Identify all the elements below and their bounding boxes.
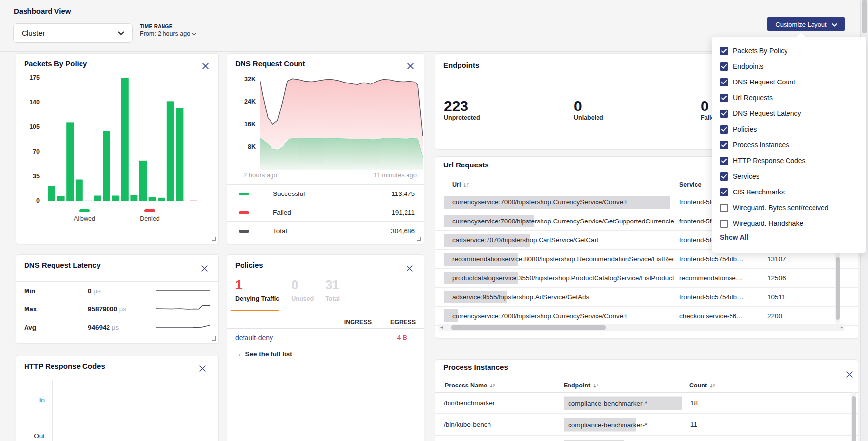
menu-item-label: Url Requests — [733, 94, 773, 102]
close-icon[interactable] — [407, 62, 415, 70]
latency-row: Avg 946942 µs — [16, 318, 218, 336]
card-title: Url Requests — [443, 161, 489, 169]
latency-rows: Min 0 µs Max 95879000 µs Avg 946942 µs — [16, 281, 218, 336]
page-title: Dashboard View — [14, 7, 71, 15]
scroll-left-arrow[interactable]: ◂ — [440, 324, 443, 330]
menu-item[interactable]: Services — [712, 168, 866, 184]
dns-legend: Successful 113,475 Failed 191,211 Total … — [227, 184, 424, 240]
menu-item-label: Packets By Policy — [733, 47, 787, 55]
checkbox[interactable] — [720, 204, 728, 212]
checkbox[interactable] — [720, 125, 728, 134]
close-icon[interactable] — [199, 365, 207, 373]
scrollbar-thumb[interactable] — [836, 257, 840, 320]
table-row[interactable]: productcatalogservice:3550/hipstershop.P… — [435, 269, 858, 288]
url-value: productcatalogservice:3550/hipstershop.P… — [452, 275, 674, 282]
http-response-codes-card: HTTP Response Codes In Out — [16, 356, 219, 441]
policy-name-link[interactable]: default-deny — [235, 334, 273, 342]
menu-item-label: Process Instances — [733, 141, 789, 149]
checkbox[interactable] — [720, 62, 728, 71]
stat-label: Unlabeled — [574, 114, 603, 121]
see-full-list-link[interactable]: → See the full list — [235, 350, 292, 358]
legend-item-denied[interactable]: Denied — [130, 209, 169, 222]
resize-handle[interactable] — [417, 237, 421, 241]
menu-item[interactable]: Wireguard. Handshake — [712, 216, 866, 231]
column-header-endpoint[interactable]: Endpoint — [564, 382, 598, 389]
table-row[interactable]: currencyservice:7000/hipstershop.Currenc… — [435, 307, 858, 326]
menu-item-label: Services — [733, 172, 760, 180]
latency-unit: µs — [112, 324, 119, 331]
card-title: Endpoints — [443, 61, 479, 69]
latency-label: Avg — [24, 324, 36, 331]
menu-item[interactable]: CIS Benchmarks — [712, 184, 866, 200]
menu-item[interactable]: Packets By Policy — [712, 43, 866, 58]
checkbox[interactable] — [720, 188, 728, 196]
tab-label: Total — [326, 295, 340, 302]
grid-line — [176, 380, 176, 441]
scroll-right-arrow[interactable]: ▸ — [841, 324, 843, 330]
menu-item[interactable]: DNS Request Count — [712, 74, 866, 90]
column-header-process-name[interactable]: Process Name — [445, 382, 495, 389]
grid-line — [83, 380, 83, 441]
menu-item[interactable]: Policies — [712, 121, 866, 137]
menu-item[interactable]: Wireguard. Bytes sent/received — [712, 200, 866, 216]
policies-tab[interactable]: 0 Unused — [291, 278, 314, 302]
customize-layout-button[interactable]: Customize Layout — [767, 17, 845, 31]
policies-tab[interactable]: 1 Denying Traffic — [235, 278, 279, 302]
service-value: recommendationse… — [679, 275, 758, 282]
legend-value: 191,211 — [391, 209, 415, 216]
table-row[interactable]: adservice:9555/hipstershop.AdService/Get… — [435, 288, 858, 307]
menu-item[interactable]: Process Instances — [712, 137, 866, 153]
view-select[interactable]: Cluster — [13, 23, 133, 43]
table-row[interactable]: default-deny – 4 B — [227, 329, 424, 347]
resize-handle[interactable] — [212, 336, 216, 341]
column-header-count[interactable]: Count — [689, 382, 715, 389]
time-range-from[interactable]: From: 2 hours ago — [140, 30, 196, 37]
denied-swatch — [144, 209, 155, 212]
checkbox[interactable] — [720, 220, 728, 228]
process-name-value: /bin/kube-bench — [444, 421, 491, 428]
horizontal-scrollbar[interactable]: ◂ ▸ — [439, 324, 844, 331]
resize-handle[interactable] — [212, 237, 216, 241]
count-value: 13107 — [767, 255, 821, 263]
table-header: INGRESS EGRESS — [227, 316, 424, 329]
time-range: TIME RANGE From: 2 hours ago — [140, 24, 196, 37]
legend-label: Total — [273, 227, 287, 235]
menu-item[interactable]: Endpoints — [712, 58, 866, 74]
scrollbar-thumb[interactable] — [451, 325, 606, 330]
close-icon[interactable] — [202, 62, 210, 70]
table-row[interactable]: /bin/benchmarker compliance-benchmarker-… — [435, 392, 858, 414]
egress-value: 4 B — [397, 334, 407, 341]
checkbox[interactable] — [720, 157, 728, 165]
column-header-url[interactable]: Url — [452, 181, 469, 188]
close-icon[interactable] — [201, 265, 209, 273]
show-all-link[interactable]: Show All — [720, 233, 749, 241]
checkbox[interactable] — [720, 94, 728, 102]
scrollbar-thumb[interactable] — [862, 0, 867, 33]
menu-item[interactable]: DNS Request Latency — [712, 106, 866, 121]
scrollbar-thumb[interactable] — [852, 396, 856, 441]
policies-tab[interactable]: 31 Total — [326, 278, 340, 302]
menu-item[interactable]: Url Requests — [712, 90, 866, 106]
latency-unit: µs — [93, 287, 101, 295]
checkbox[interactable] — [720, 172, 728, 181]
menu-item[interactable]: HTTP Response Codes — [712, 153, 866, 168]
close-icon[interactable] — [846, 371, 854, 379]
x-label-start: 2 hours ago — [244, 171, 277, 179]
dashboard-screen: Dashboard View Cluster TIME RANGE From: … — [0, 0, 868, 441]
checkbox[interactable] — [720, 110, 728, 118]
table-row[interactable]: /bin/kube-bench compliance-benchmarker-*… — [435, 414, 858, 436]
url-value: adservice:9555/hipstershop.AdService/Get… — [452, 293, 674, 301]
sort-icon — [710, 383, 715, 388]
table-row[interactable]: benchmarker compliance-benchmarker-* 9 — [435, 436, 858, 441]
grid-line — [145, 380, 145, 441]
close-icon[interactable] — [406, 265, 414, 273]
checkbox[interactable] — [720, 141, 728, 149]
column-header-ingress: INGRESS — [344, 319, 372, 326]
vertical-scrollbar[interactable] — [851, 392, 856, 441]
checkbox[interactable] — [720, 47, 728, 55]
checkbox[interactable] — [720, 78, 728, 86]
tab-value: 31 — [326, 278, 340, 291]
column-header-service[interactable]: Service — [679, 181, 701, 188]
legend-item-allowed[interactable]: Allowed — [65, 209, 104, 222]
latency-unit: µs — [119, 305, 127, 313]
